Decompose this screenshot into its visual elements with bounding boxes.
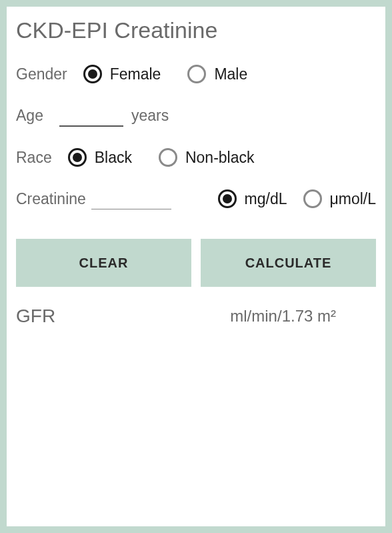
- age-row: Age years: [16, 105, 376, 127]
- creatinine-units-group: mg/dL μmol/L: [218, 189, 376, 208]
- gender-male-label: Male: [214, 65, 247, 83]
- result-label: GFR: [16, 306, 55, 327]
- gender-row: Gender Female Male: [16, 65, 376, 83]
- gender-female-radio[interactable]: Female: [83, 65, 161, 83]
- radio-unselected-icon: [303, 189, 322, 208]
- race-black-radio[interactable]: Black: [68, 148, 132, 167]
- calculate-button[interactable]: CALCULATE: [201, 239, 376, 287]
- race-label: Race: [16, 149, 52, 167]
- race-nonblack-radio[interactable]: Non-black: [159, 148, 255, 167]
- creatinine-input[interactable]: [91, 188, 171, 209]
- age-label: Age: [16, 107, 43, 125]
- creatinine-mgdl-radio[interactable]: mg/dL: [218, 189, 287, 208]
- creatinine-umoll-label: μmol/L: [330, 190, 377, 208]
- button-row: CLEAR CALCULATE: [16, 239, 376, 287]
- creatinine-umoll-radio[interactable]: μmol/L: [303, 189, 377, 208]
- creatinine-mgdl-label: mg/dL: [245, 190, 287, 208]
- age-unit: years: [131, 107, 169, 125]
- gender-male-radio[interactable]: Male: [187, 65, 247, 83]
- age-input[interactable]: [59, 105, 123, 127]
- gender-label: Gender: [16, 65, 67, 83]
- creatinine-row: Creatinine mg/dL μmol/L: [16, 188, 376, 209]
- radio-unselected-icon: [159, 148, 177, 167]
- race-row: Race Black Non-black: [16, 148, 376, 167]
- clear-button[interactable]: CLEAR: [16, 239, 191, 287]
- radio-selected-icon: [83, 65, 102, 83]
- radio-unselected-icon: [187, 65, 206, 83]
- result-row: GFR ml/min/1.73 m²: [16, 306, 376, 327]
- race-black-label: Black: [95, 149, 132, 167]
- creatinine-label: Creatinine: [16, 190, 86, 208]
- page-title: CKD-EPI Creatinine: [16, 17, 376, 43]
- radio-selected-icon: [218, 189, 237, 208]
- race-nonblack-label: Non-black: [185, 149, 255, 167]
- gender-female-label: Female: [110, 65, 161, 83]
- calculator-card: CKD-EPI Creatinine Gender Female Male Ag…: [7, 7, 385, 526]
- radio-selected-icon: [68, 148, 87, 167]
- result-unit: ml/min/1.73 m²: [230, 307, 336, 326]
